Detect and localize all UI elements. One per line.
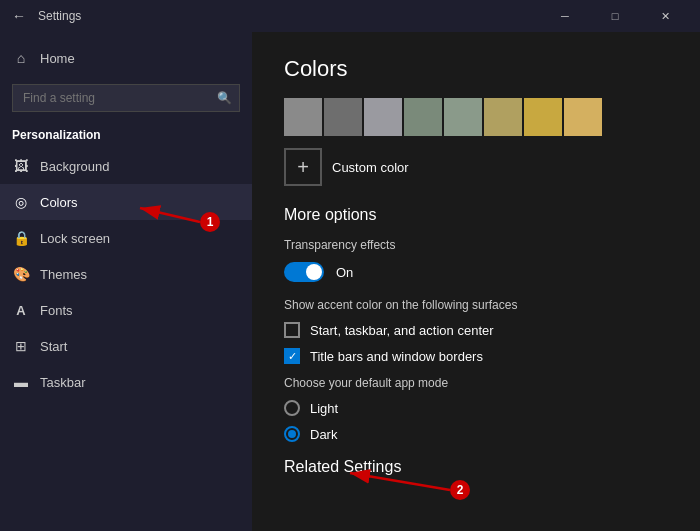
radio-row-dark: Dark [284, 426, 668, 442]
color-swatch[interactable] [324, 98, 362, 136]
custom-color-label: Custom color [332, 160, 409, 175]
sidebar-search-container: 🔍 [12, 84, 240, 112]
sidebar-section-label: Personalization [0, 124, 252, 148]
radio-light[interactable] [284, 400, 300, 416]
minimize-button[interactable]: ─ [542, 0, 588, 32]
fonts-icon: A [12, 301, 30, 319]
checkbox-start-taskbar[interactable] [284, 322, 300, 338]
sidebar-item-home[interactable]: ⌂ Home [0, 40, 252, 76]
transparency-on-text: On [336, 265, 353, 280]
sidebar-item-colors[interactable]: ◎ Colors [0, 184, 252, 220]
page-title: Colors [284, 56, 668, 82]
transparency-label: Transparency effects [284, 238, 668, 252]
transparency-toggle[interactable] [284, 262, 324, 282]
sidebar-item-taskbar[interactable]: ▬ Taskbar [0, 364, 252, 400]
related-settings-heading: Related Settings [284, 458, 668, 476]
custom-color-row: + Custom color [284, 148, 668, 186]
color-swatches [284, 98, 668, 136]
color-swatch[interactable] [404, 98, 442, 136]
sidebar-item-lockscreen-label: Lock screen [40, 231, 110, 246]
color-swatch[interactable] [284, 98, 322, 136]
checkbox-row-1: Start, taskbar, and action center [284, 322, 668, 338]
content-area: Colors + Custom color More options Trans… [252, 32, 700, 531]
sidebar-item-lockscreen[interactable]: 🔒 Lock screen [0, 220, 252, 256]
sidebar-item-fonts[interactable]: A Fonts [0, 292, 252, 328]
more-options-heading: More options [284, 206, 668, 224]
radio-label-dark: Dark [310, 427, 337, 442]
color-swatch[interactable] [444, 98, 482, 136]
window-controls: ─ □ ✕ [542, 0, 688, 32]
custom-color-button[interactable]: + [284, 148, 322, 186]
themes-icon: 🎨 [12, 265, 30, 283]
sidebar-item-fonts-label: Fonts [40, 303, 73, 318]
checkbox-title-bars[interactable]: ✓ [284, 348, 300, 364]
transparency-toggle-row: On [284, 262, 668, 282]
radio-label-light: Light [310, 401, 338, 416]
app-body: ⌂ Home 🔍 Personalization 🖼 Background ◎ … [0, 32, 700, 531]
surfaces-label: Show accent color on the following surfa… [284, 298, 668, 312]
radio-dark[interactable] [284, 426, 300, 442]
sidebar-item-colors-label: Colors [40, 195, 78, 210]
back-button[interactable]: ← [12, 8, 26, 24]
checkbox-label-1: Start, taskbar, and action center [310, 323, 494, 338]
sidebar-item-start[interactable]: ⊞ Start [0, 328, 252, 364]
titlebar-title: Settings [38, 9, 542, 23]
color-swatch[interactable] [524, 98, 562, 136]
color-swatch[interactable] [484, 98, 522, 136]
radio-row-light: Light [284, 400, 668, 416]
titlebar: ← Settings ─ □ ✕ [0, 0, 700, 32]
close-button[interactable]: ✕ [642, 0, 688, 32]
search-icon: 🔍 [217, 91, 232, 105]
search-input[interactable] [12, 84, 240, 112]
sidebar-item-themes[interactable]: 🎨 Themes [0, 256, 252, 292]
sidebar-item-background[interactable]: 🖼 Background [0, 148, 252, 184]
sidebar: ⌂ Home 🔍 Personalization 🖼 Background ◎ … [0, 32, 252, 531]
sidebar-item-background-label: Background [40, 159, 109, 174]
color-swatch[interactable] [364, 98, 402, 136]
home-icon: ⌂ [12, 49, 30, 67]
taskbar-icon: ▬ [12, 373, 30, 391]
sidebar-item-home-label: Home [40, 51, 75, 66]
lockscreen-icon: 🔒 [12, 229, 30, 247]
sidebar-item-start-label: Start [40, 339, 67, 354]
maximize-button[interactable]: □ [592, 0, 638, 32]
app-mode-label: Choose your default app mode [284, 376, 668, 390]
color-swatch[interactable] [564, 98, 602, 136]
colors-icon: ◎ [12, 193, 30, 211]
sidebar-item-taskbar-label: Taskbar [40, 375, 86, 390]
checkbox-row-2: ✓ Title bars and window borders [284, 348, 668, 364]
start-icon: ⊞ [12, 337, 30, 355]
background-icon: 🖼 [12, 157, 30, 175]
sidebar-item-themes-label: Themes [40, 267, 87, 282]
toggle-knob [306, 264, 322, 280]
checkbox-label-2: Title bars and window borders [310, 349, 483, 364]
